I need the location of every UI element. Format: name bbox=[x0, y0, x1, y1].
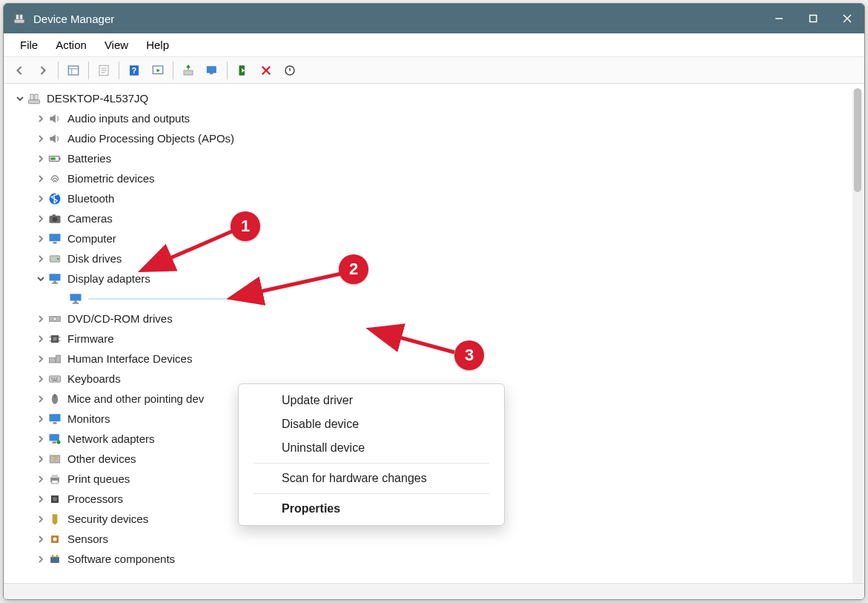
chevron-right-icon[interactable] bbox=[35, 553, 47, 565]
chevron-right-icon[interactable] bbox=[35, 533, 47, 545]
tree-category[interactable]: Firmware bbox=[14, 329, 864, 349]
svg-rect-1 bbox=[16, 15, 19, 20]
svg-rect-39 bbox=[53, 280, 56, 283]
menu-properties[interactable]: Properties bbox=[239, 497, 504, 521]
svg-rect-38 bbox=[50, 274, 61, 280]
menu-view[interactable]: View bbox=[96, 36, 137, 54]
properties-button[interactable] bbox=[93, 59, 115, 82]
svg-rect-34 bbox=[50, 234, 61, 241]
monitor-stand-icon bbox=[47, 271, 63, 287]
question-icon: ? bbox=[47, 451, 63, 467]
tree-category[interactable]: Audio inputs and outputs bbox=[14, 108, 864, 128]
tree-category-label: Keyboards bbox=[67, 372, 121, 385]
svg-rect-19 bbox=[207, 66, 216, 72]
tree-root-label: DESKTOP-4L537JQ bbox=[47, 92, 148, 105]
context-menu: Update driver Disable device Uninstall d… bbox=[238, 383, 505, 526]
tree-category[interactable]: Audio Processing Objects (APOs) bbox=[14, 128, 864, 148]
forward-button[interactable] bbox=[32, 59, 54, 82]
minimize-button[interactable] bbox=[762, 4, 796, 33]
action-button[interactable] bbox=[147, 59, 169, 82]
scrollbar-thumb[interactable] bbox=[854, 88, 861, 192]
menu-scan-hardware[interactable]: Scan for hardware changes bbox=[239, 467, 504, 490]
svg-text:?: ? bbox=[132, 65, 136, 74]
tree-category[interactable]: Display adapters bbox=[14, 268, 864, 289]
menu-help[interactable]: Help bbox=[137, 36, 178, 54]
menu-disable-device[interactable]: Disable device bbox=[239, 412, 504, 436]
svg-point-75 bbox=[53, 537, 57, 541]
tree-category-label: Sensors bbox=[67, 533, 108, 545]
svg-rect-57 bbox=[56, 378, 58, 379]
component-icon bbox=[47, 551, 63, 567]
tree-category-label: Audio inputs and outputs bbox=[67, 112, 190, 125]
chevron-down-icon[interactable] bbox=[14, 93, 26, 105]
back-button[interactable] bbox=[8, 59, 30, 82]
svg-rect-76 bbox=[50, 556, 59, 562]
chevron-right-icon[interactable] bbox=[35, 313, 47, 325]
chevron-right-icon[interactable] bbox=[35, 373, 47, 385]
chevron-right-icon[interactable] bbox=[35, 133, 47, 145]
svg-rect-20 bbox=[210, 73, 213, 74]
tree-category[interactable]: Bluetooth bbox=[14, 188, 864, 208]
tree-category[interactable]: Sensors bbox=[14, 529, 864, 549]
close-button[interactable] bbox=[830, 4, 864, 33]
chevron-down-icon[interactable] bbox=[35, 273, 47, 285]
scrollbar-vertical[interactable] bbox=[852, 88, 863, 583]
chevron-right-icon[interactable] bbox=[35, 253, 47, 265]
tree-device-label bbox=[88, 298, 236, 300]
maximize-button[interactable] bbox=[796, 4, 830, 33]
svg-rect-7 bbox=[68, 66, 79, 75]
chevron-right-icon[interactable] bbox=[35, 113, 47, 125]
tree-category[interactable]: Batteries bbox=[14, 148, 864, 168]
menu-update-driver[interactable]: Update driver bbox=[239, 389, 504, 412]
svg-rect-29 bbox=[50, 157, 56, 159]
update-driver-button[interactable] bbox=[177, 59, 199, 82]
chevron-right-icon[interactable] bbox=[35, 493, 47, 505]
chevron-right-icon[interactable] bbox=[35, 353, 47, 365]
menu-uninstall-device[interactable]: Uninstall device bbox=[239, 436, 504, 460]
show-hide-tree-button[interactable] bbox=[62, 59, 85, 82]
uninstall-device-button[interactable] bbox=[255, 59, 277, 82]
chevron-right-icon[interactable] bbox=[35, 233, 47, 245]
tree-category-label: Biometric devices bbox=[67, 172, 155, 185]
svg-rect-63 bbox=[50, 434, 59, 441]
svg-rect-69 bbox=[52, 475, 58, 478]
chevron-right-icon[interactable] bbox=[35, 453, 47, 465]
tree-category[interactable]: Software components bbox=[14, 549, 864, 569]
tree-category[interactable]: Cameras bbox=[14, 208, 864, 228]
optical-icon bbox=[47, 311, 63, 327]
tree-category-label: Print queues bbox=[67, 472, 130, 485]
tree-root[interactable]: DESKTOP-4L537JQ bbox=[14, 88, 864, 108]
chevron-right-icon[interactable] bbox=[35, 433, 47, 445]
device-manager-window: Device Manager File Action View Help ? D… bbox=[3, 3, 865, 600]
menu-file[interactable]: File bbox=[11, 36, 47, 54]
shield-icon bbox=[47, 511, 63, 527]
chevron-right-icon[interactable] bbox=[35, 153, 47, 165]
chevron-right-icon[interactable] bbox=[35, 173, 47, 185]
help-button[interactable]: ? bbox=[123, 59, 145, 82]
chevron-right-icon[interactable] bbox=[35, 413, 47, 425]
svg-rect-25 bbox=[30, 94, 33, 100]
svg-rect-62 bbox=[53, 422, 57, 424]
chevron-right-icon[interactable] bbox=[35, 513, 47, 525]
tree-device-selected[interactable] bbox=[14, 289, 864, 309]
svg-rect-41 bbox=[70, 294, 82, 300]
tree-category-label: Firmware bbox=[67, 332, 114, 345]
disable-device-button[interactable] bbox=[279, 59, 301, 82]
toolbar: ? bbox=[4, 57, 864, 84]
camera-icon bbox=[47, 211, 63, 227]
chevron-right-icon[interactable] bbox=[35, 333, 47, 345]
scan-hardware-button[interactable] bbox=[201, 59, 223, 82]
tree-category[interactable]: Computer bbox=[14, 228, 864, 248]
tree-category[interactable]: Human Interface Devices bbox=[14, 349, 864, 369]
chevron-right-icon[interactable] bbox=[35, 213, 47, 225]
window-title: Device Manager bbox=[33, 13, 114, 25]
titlebar[interactable]: Device Manager bbox=[4, 4, 864, 33]
enable-device-button[interactable] bbox=[231, 59, 254, 82]
chevron-right-icon[interactable] bbox=[35, 473, 47, 485]
tree-category[interactable]: Biometric devices bbox=[14, 168, 864, 188]
chevron-right-icon[interactable] bbox=[35, 193, 47, 205]
menu-action[interactable]: Action bbox=[47, 36, 96, 54]
chevron-right-icon[interactable] bbox=[35, 393, 47, 405]
tree-category[interactable]: DVD/CD-ROM drives bbox=[14, 309, 864, 329]
tree-category[interactable]: Disk drives bbox=[14, 248, 864, 268]
